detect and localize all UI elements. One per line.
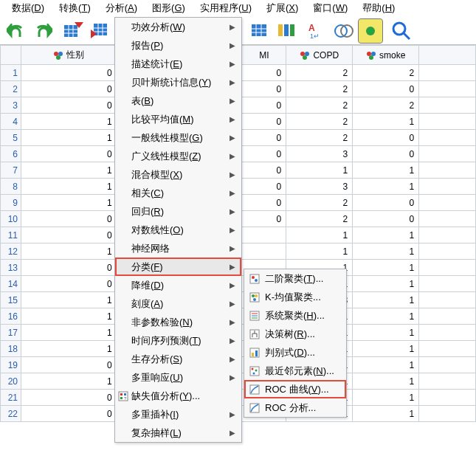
cell-smoke[interactable]: 0 (353, 81, 419, 97)
cell-copd[interactable]: 1 (286, 243, 353, 260)
cell-blank[interactable] (419, 276, 476, 292)
analyze-menu-item[interactable]: 一般线性模型(G)▶ (115, 128, 241, 147)
cell-blank[interactable] (419, 227, 476, 243)
cell-sex[interactable]: 1 (21, 243, 117, 260)
cell-smoke[interactable]: 1 (353, 341, 419, 357)
cell-smoke[interactable]: 1 (353, 227, 419, 243)
row-number[interactable]: 19 (1, 357, 21, 373)
analyze-menu-item[interactable]: 复杂抽样(L)▶ (115, 424, 241, 442)
insert-variable-button[interactable] (275, 19, 298, 43)
cell-smoke[interactable]: 1 (353, 162, 419, 179)
row-number[interactable]: 11 (1, 227, 21, 243)
cell-mi[interactable]: 0 (242, 130, 286, 146)
analyze-menu-item[interactable]: 相关(C)▶ (115, 184, 241, 202)
row-number[interactable]: 2 (1, 81, 21, 97)
row-number[interactable]: 7 (1, 162, 21, 179)
cell-mi[interactable]: 0 (242, 65, 286, 81)
classify-menu-item[interactable]: K-均值聚类... (244, 288, 346, 306)
cell-mi[interactable] (242, 243, 286, 260)
analyze-menu-item[interactable]: 多重响应(U)▶ (115, 368, 241, 387)
row-number[interactable]: 18 (1, 341, 21, 357)
find-button[interactable] (390, 19, 413, 43)
row-number[interactable]: 20 (1, 373, 21, 390)
classify-menu-item[interactable]: 二阶聚类(T)... (244, 269, 346, 288)
cell-mi[interactable]: 0 (242, 211, 286, 227)
analyze-menu-item[interactable]: 广义线性模型(Z)▶ (115, 147, 241, 165)
insert-cases-button[interactable] (248, 19, 272, 43)
analyze-menu-item[interactable]: 表(B)▶ (115, 91, 241, 110)
menu-transform[interactable]: 转换(T) (52, 0, 98, 16)
cell-sex[interactable]: 0 (21, 357, 117, 373)
row-number[interactable]: 16 (1, 308, 21, 325)
analyze-menu-item[interactable]: 多重插补(I)▶ (115, 405, 241, 424)
col-header-blank[interactable] (419, 46, 476, 65)
cell-sex[interactable]: 1 (21, 292, 117, 308)
cell-sex[interactable]: 1 (21, 114, 117, 130)
cell-blank[interactable] (419, 179, 476, 195)
cell-blank[interactable] (419, 81, 476, 97)
cell-sex[interactable]: 0 (21, 276, 117, 292)
cell-smoke[interactable]: 0 (353, 211, 419, 227)
menu-data[interactable]: 数据(D) (4, 0, 52, 16)
analyze-menu-item[interactable]: 神经网络▶ (115, 239, 241, 258)
cell-smoke[interactable]: 1 (353, 390, 419, 406)
row-number[interactable]: 3 (1, 97, 21, 114)
cell-smoke[interactable]: 1 (353, 179, 419, 195)
use-sets-button[interactable] (332, 19, 356, 43)
cell-smoke[interactable]: 1 (353, 308, 419, 325)
row-number[interactable]: 6 (1, 146, 21, 162)
analyze-menu-item[interactable]: 分类(F)▶ (115, 258, 241, 276)
analyze-menu-item[interactable]: 功效分析(W)▶ (115, 18, 241, 36)
cell-smoke[interactable]: 2 (353, 65, 419, 81)
menu-graphs[interactable]: 图形(G) (145, 0, 193, 16)
cell-blank[interactable] (419, 357, 476, 373)
row-number[interactable]: 4 (1, 114, 21, 130)
cell-mi[interactable]: 0 (242, 195, 286, 211)
cell-sex[interactable]: 1 (21, 195, 117, 211)
row-number[interactable]: 14 (1, 276, 21, 292)
cell-blank[interactable] (419, 292, 476, 308)
cell-blank[interactable] (419, 260, 476, 276)
cell-smoke[interactable]: 1 (353, 373, 419, 390)
cell-copd[interactable]: 2 (286, 81, 353, 97)
classify-menu-item[interactable]: 最近邻元素(N)... (244, 362, 346, 380)
row-number[interactable]: 12 (1, 243, 21, 260)
cell-blank[interactable] (419, 211, 476, 227)
cell-blank[interactable] (419, 162, 476, 179)
analyze-menu-item[interactable]: 比较平均值(M)▶ (115, 110, 241, 128)
cell-blank[interactable] (419, 390, 476, 406)
cell-blank[interactable] (419, 243, 476, 260)
classify-menu-item[interactable]: 判别式(D)... (244, 343, 346, 362)
analyze-menu-item[interactable]: 对数线性(O)▶ (115, 221, 241, 239)
row-number[interactable]: 10 (1, 211, 21, 227)
redo-button[interactable] (31, 19, 55, 43)
cell-sex[interactable]: 0 (21, 406, 117, 422)
cell-blank[interactable] (419, 373, 476, 390)
goto-variable-button[interactable] (89, 19, 112, 43)
cell-smoke[interactable]: 1 (353, 260, 419, 276)
row-number[interactable]: 1 (1, 65, 21, 81)
classify-menu-item[interactable]: 决策树(R)... (244, 325, 346, 343)
analyze-menu-item[interactable]: 贝叶斯统计信息(Y)▶ (115, 73, 241, 91)
cell-blank[interactable] (419, 130, 476, 146)
cell-copd[interactable]: 2 (286, 114, 353, 130)
cell-mi[interactable] (242, 227, 286, 243)
cell-blank[interactable] (419, 65, 476, 81)
cell-smoke[interactable]: 0 (353, 130, 419, 146)
cell-smoke[interactable]: 0 (353, 146, 419, 162)
menu-utilities[interactable]: 实用程序(U) (193, 0, 259, 16)
cell-blank[interactable] (419, 114, 476, 130)
cell-mi[interactable]: 0 (242, 81, 286, 97)
cell-smoke[interactable]: 1 (353, 276, 419, 292)
cell-mi[interactable]: 0 (242, 179, 286, 195)
cell-copd[interactable]: 2 (286, 130, 353, 146)
cell-copd[interactable]: 2 (286, 97, 353, 114)
cell-sex[interactable]: 0 (21, 390, 117, 406)
cell-sex[interactable]: 0 (21, 97, 117, 114)
col-header-copd[interactable]: COPD (286, 46, 353, 65)
classify-menu-item[interactable]: ROC 曲线(V)... (244, 380, 346, 398)
cell-smoke[interactable]: 1 (353, 292, 419, 308)
menu-help[interactable]: 帮助(H) (355, 0, 402, 16)
analyze-menu-item[interactable]: 时间序列预测(T)▶ (115, 331, 241, 350)
analyze-menu-item[interactable]: 缺失值分析(Y)...? (115, 387, 241, 405)
